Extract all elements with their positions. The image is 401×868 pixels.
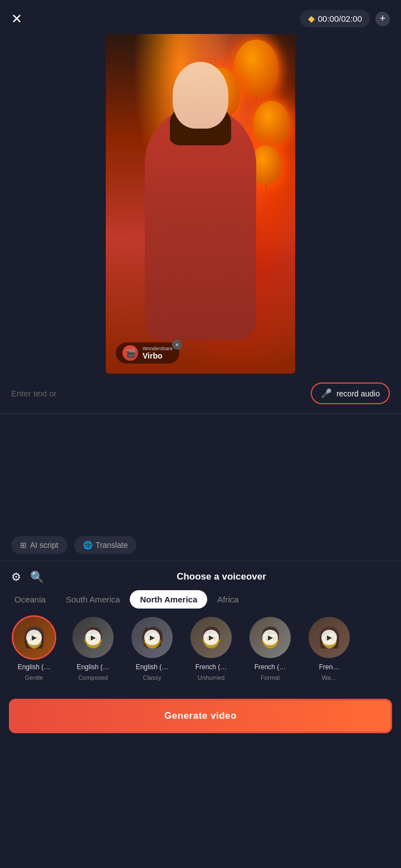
generate-video-button[interactable]: Generate video — [9, 699, 392, 733]
avatar-4: 👨 ▶ — [189, 615, 233, 660]
voice-card-4[interactable]: 👨 ▶ French (… Unhurried — [186, 615, 236, 681]
play-button-4[interactable]: ▶ — [203, 630, 219, 645]
voice-style-4: Unhurried — [198, 674, 224, 681]
tab-oceania[interactable]: Oceania — [4, 590, 56, 609]
voiceover-controls: ⚙ 🔍 — [11, 570, 44, 583]
voice-card-5[interactable]: 👨 ▶ French (… Formal — [245, 615, 295, 681]
video-container: 🎬 Wondershare Virbo × — [0, 34, 401, 374]
voice-style-3: Classy — [143, 674, 161, 681]
voice-card-6[interactable]: 👩 ▶ Fren… Wa… — [304, 615, 354, 681]
translate-label: Translate — [96, 541, 128, 550]
play-overlay-2: ▶ — [72, 617, 114, 658]
avatar-2: 👨 ▶ — [71, 615, 115, 660]
watermark-name: Virbo — [143, 351, 173, 360]
play-button-1[interactable]: ▶ — [26, 630, 42, 645]
voice-cards: 👩 ▶ English (… Gentle 👨 ▶ English (… Com… — [0, 615, 401, 692]
play-overlay-5: ▶ — [250, 617, 291, 658]
play-overlay-6: ▶ — [309, 617, 350, 658]
record-audio-button[interactable]: 🎤 record audio — [311, 382, 390, 404]
play-overlay-3: ▶ — [131, 617, 173, 658]
voice-card-1[interactable]: 👩 ▶ English (… Gentle — [9, 615, 59, 681]
tab-north-america[interactable]: North America — [130, 590, 207, 609]
voice-name-2: English (… — [77, 663, 110, 671]
voice-style-5: Formal — [261, 674, 280, 681]
plus-button[interactable]: + — [375, 12, 390, 26]
region-tabs: Oceania South America North America Afri… — [0, 590, 401, 615]
voice-style-2: Composed — [78, 674, 107, 681]
translate-button[interactable]: 🌐 Translate — [74, 536, 137, 554]
close-button[interactable]: ✕ — [11, 11, 22, 27]
timer-badge: ◆ 00:00/02:00 — [300, 10, 370, 27]
text-input-area: Enter text or 🎤 record audio — [0, 374, 401, 414]
ai-script-icon: ⊞ — [20, 541, 27, 550]
header: ✕ ◆ 00:00/02:00 + — [0, 0, 401, 34]
lantern-2 — [253, 101, 290, 145]
voiceover-header: ⚙ 🔍 Choose a voiceover — [0, 561, 401, 590]
play-button-6[interactable]: ▶ — [321, 630, 337, 645]
voice-name-4: French (… — [195, 663, 227, 671]
video-frame: 🎬 Wondershare Virbo × — [106, 34, 295, 374]
person-body — [145, 106, 256, 340]
play-button-2[interactable]: ▶ — [85, 630, 101, 645]
content-spacer — [0, 414, 401, 525]
timer-text: 00:00/02:00 — [318, 14, 362, 23]
voice-name-1: English (… — [18, 663, 51, 671]
watermark-brand: Wondershare — [143, 346, 173, 351]
voice-name-6: Fren… — [319, 663, 340, 671]
play-button-3[interactable]: ▶ — [144, 630, 160, 645]
tab-south-america[interactable]: South America — [56, 590, 130, 609]
voice-card-2[interactable]: 👨 ▶ English (… Composed — [68, 615, 118, 681]
microphone-icon: 🎤 — [321, 388, 332, 399]
play-button-5[interactable]: ▶ — [262, 630, 278, 645]
record-audio-label: record audio — [336, 389, 380, 398]
voice-style-6: Wa… — [321, 674, 336, 681]
translate-icon: 🌐 — [83, 541, 92, 550]
watermark-close-button[interactable]: × — [172, 340, 182, 350]
voice-card-3[interactable]: 🧑 ▶ English (… Classy — [127, 615, 177, 681]
avatar-5: 👨 ▶ — [248, 615, 292, 660]
input-placeholder: Enter text or — [11, 389, 304, 398]
watermark: 🎬 Wondershare Virbo × — [116, 342, 179, 364]
generate-section: Generate video — [0, 692, 401, 747]
ai-script-label: AI script — [30, 541, 58, 550]
tab-africa[interactable]: Africa — [207, 590, 248, 609]
watermark-text: Wondershare Virbo — [143, 346, 173, 360]
lantern-1 — [234, 40, 278, 95]
bottom-toolbar: ⊞ AI script 🌐 Translate — [0, 525, 401, 561]
avatar-6: 👩 ▶ — [307, 615, 351, 660]
virbo-logo-icon: 🎬 — [123, 345, 138, 361]
voice-style-1: Gentle — [25, 674, 43, 681]
person-head — [173, 62, 228, 129]
filter-icon[interactable]: ⚙ — [11, 570, 21, 583]
voiceover-section: ⚙ 🔍 Choose a voiceover Oceania South Ame… — [0, 561, 401, 692]
avatar-1: 👩 ▶ — [12, 615, 56, 660]
voice-name-3: English (… — [136, 663, 169, 671]
search-icon[interactable]: 🔍 — [30, 570, 44, 583]
play-overlay-4: ▶ — [190, 617, 232, 658]
play-overlay-1: ▶ — [13, 617, 55, 658]
voice-name-5: French (… — [255, 663, 286, 671]
ai-script-button[interactable]: ⊞ AI script — [11, 536, 67, 554]
avatar-3: 🧑 ▶ — [130, 615, 174, 660]
voiceover-title: Choose a voiceover — [53, 571, 390, 582]
diamond-icon: ◆ — [308, 13, 315, 24]
